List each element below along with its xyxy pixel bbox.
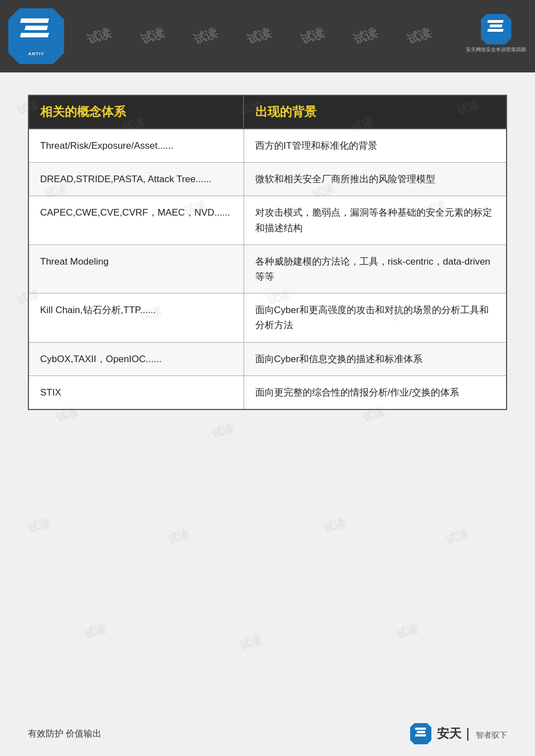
header-bar: ANTIY 试读 试读 试读 试读 试读 试读 试读 安天网络安全冬训营第四期 bbox=[0, 0, 535, 72]
table-row: CybOX,TAXII，OpenIOC......面向Cyber和信息交换的描述… bbox=[28, 342, 507, 375]
header-watermark-5: 试读 bbox=[298, 24, 327, 48]
bwm-22: 试读 bbox=[238, 632, 264, 653]
table-cell-right-6: 面向更完整的综合性的情报分析/作业/交换的体系 bbox=[244, 375, 507, 409]
table-cell-right-1: 微软和相关安全厂商所推出的风险管理模型 bbox=[244, 163, 507, 196]
table-cell-right-0: 西方的IT管理和标准化的背景 bbox=[244, 129, 507, 163]
header-watermarks: 试读 试读 试读 试读 试读 试读 试读 bbox=[0, 0, 535, 72]
bwm-21: 试读 bbox=[82, 621, 108, 642]
tr-stripe-2 bbox=[489, 25, 502, 27]
footer-brand-main: 安天｜ bbox=[437, 725, 474, 742]
footer: 有效防护 价值输出 安天｜ 智者驭下 bbox=[0, 711, 535, 756]
header-watermark-4: 试读 bbox=[245, 24, 274, 48]
header-watermark-3: 试读 bbox=[191, 24, 220, 48]
main-content: 相关的概念体系 出现的背景 Threat/Risk/Exposure/Asset… bbox=[0, 72, 535, 427]
logo-stripes bbox=[21, 18, 51, 52]
footer-stripe-2 bbox=[416, 731, 425, 733]
footer-left-text: 有效防护 价值输出 bbox=[28, 728, 101, 740]
header-watermark-1: 试读 bbox=[85, 24, 114, 48]
footer-brand-sub: 智者驭下 bbox=[476, 730, 507, 740]
table-row: STIX面向更完整的综合性的情报分析/作业/交换的体系 bbox=[28, 375, 507, 409]
bwm-18: 试读 bbox=[166, 526, 191, 547]
header-watermark-6: 试读 bbox=[352, 24, 381, 48]
table-row: CAPEC,CWE,CVE,CVRF，MAEC，NVD......对攻击模式，脆… bbox=[28, 196, 507, 245]
footer-logo-icon bbox=[410, 723, 431, 744]
table-cell-left-0: Threat/Risk/Exposure/Asset...... bbox=[28, 129, 244, 163]
table-cell-left-5: CybOX,TAXII，OpenIOC...... bbox=[28, 342, 244, 375]
table-row: Threat/Risk/Exposure/Asset......西方的IT管理和… bbox=[28, 129, 507, 163]
logo-text: ANTIY bbox=[28, 51, 45, 56]
bwm-17: 试读 bbox=[26, 515, 52, 536]
tr-stripe-3 bbox=[487, 29, 503, 32]
tr-logo-icon bbox=[481, 14, 512, 45]
logo-stripe-1 bbox=[20, 18, 49, 23]
table-row: DREAD,STRIDE,PASTA, Attack Tree......微软和… bbox=[28, 163, 507, 196]
table-header-col2: 出现的背景 bbox=[244, 95, 507, 129]
table-cell-left-4: Kill Chain,钻石分析,TTP...... bbox=[28, 294, 244, 342]
table-cell-left-2: CAPEC,CWE,CVE,CVRF，MAEC，NVD...... bbox=[28, 196, 244, 245]
tr-stripe-1 bbox=[487, 20, 503, 23]
top-right-subtitle: 安天网络安全冬训营第四期 bbox=[466, 47, 526, 53]
header-watermark-2: 试读 bbox=[138, 24, 167, 48]
table-row: Kill Chain,钻石分析,TTP......面向Cyber和更高强度的攻击… bbox=[28, 294, 507, 342]
table-cell-right-5: 面向Cyber和信息交换的描述和标准体系 bbox=[244, 342, 507, 375]
tr-logo-stripes bbox=[488, 20, 504, 38]
footer-stripe-1 bbox=[415, 728, 426, 730]
footer-brand: 安天｜ 智者驭下 bbox=[435, 725, 507, 742]
table-cell-left-1: DREAD,STRIDE,PASTA, Attack Tree...... bbox=[28, 163, 244, 196]
table-cell-right-2: 对攻击模式，脆弱点，漏洞等各种基础的安全元素的标定和描述结构 bbox=[244, 196, 507, 245]
footer-logo-stripes bbox=[415, 728, 426, 740]
bwm-23: 试读 bbox=[394, 621, 420, 642]
logo-stripe-2 bbox=[25, 26, 48, 30]
header-watermark-7: 试读 bbox=[405, 24, 434, 48]
table-row: Threat Modeling各种威胁建模的方法论，工具，risk-centri… bbox=[28, 245, 507, 293]
footer-stripe-3 bbox=[415, 734, 426, 737]
bwm-19: 试读 bbox=[322, 515, 347, 536]
top-right-logo: 安天网络安全冬训营第四期 bbox=[465, 8, 527, 58]
table-cell-right-4: 面向Cyber和更高强度的攻击和对抗的场景的分析工具和分析方法 bbox=[244, 294, 507, 342]
table-cell-left-6: STIX bbox=[28, 375, 244, 409]
main-table: 相关的概念体系 出现的背景 Threat/Risk/Exposure/Asset… bbox=[28, 95, 507, 410]
logo-stripe-3 bbox=[20, 33, 49, 37]
table-cell-right-3: 各种威胁建模的方法论，工具，risk-centric，data-driven等等 bbox=[244, 245, 507, 293]
footer-right: 安天｜ 智者驭下 bbox=[410, 723, 507, 744]
table-header-col1: 相关的概念体系 bbox=[28, 95, 244, 129]
header-logo: ANTIY bbox=[8, 8, 64, 64]
bwm-20: 试读 bbox=[444, 526, 470, 547]
table-cell-left-3: Threat Modeling bbox=[28, 245, 244, 293]
